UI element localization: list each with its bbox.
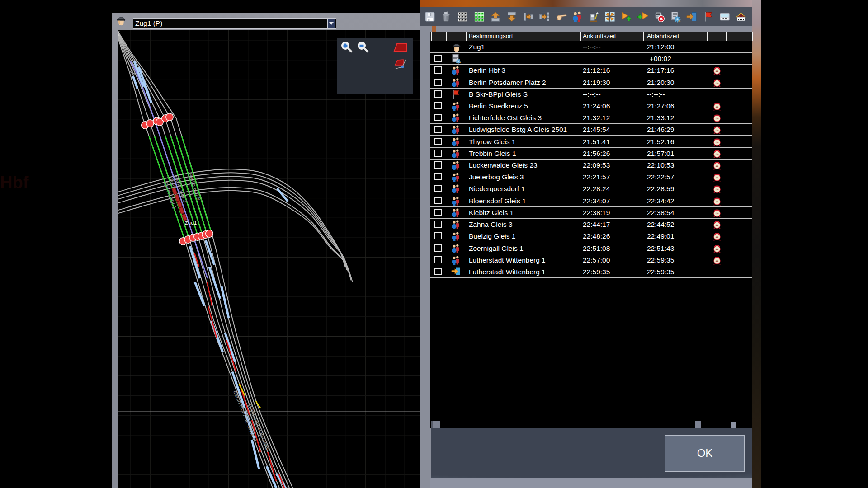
svg-text:Zug1: Zug1 — [185, 221, 197, 226]
svg-text:Berlin Hbf 8: Berlin Hbf 8 — [187, 172, 202, 201]
